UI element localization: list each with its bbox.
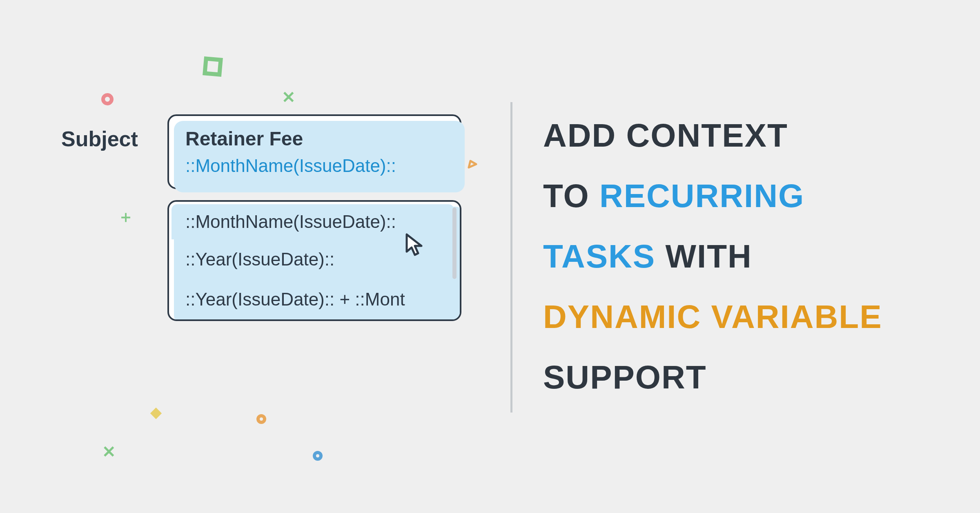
variable-dropdown[interactable]: ::MonthName(IssueDate):: ::Year(IssueDat…: [167, 200, 461, 321]
dropdown-scrollbar[interactable]: [452, 207, 457, 279]
headline-segment-highlight-blue: recurring: [599, 178, 804, 214]
subject-value-variable: ::MonthName(IssueDate)::: [185, 156, 443, 176]
cursor-icon: [404, 233, 427, 257]
decoration-square-icon: [203, 56, 223, 77]
headline-text: Add context to recurring tasks with dyna…: [543, 105, 951, 408]
decoration-ring-icon: [256, 414, 266, 424]
headline-segment: support: [543, 359, 707, 395]
subject-input-box[interactable]: Retainer Fee ::MonthName(IssueDate)::: [167, 114, 461, 189]
decoration-ring-icon: [101, 93, 114, 105]
headline-segment-highlight-blue: tasks: [543, 238, 655, 274]
decoration-triangle-icon: [467, 159, 478, 172]
decoration-square-icon: [150, 408, 162, 419]
decoration-ring-icon: [313, 451, 323, 461]
dropdown-item[interactable]: ::Year(IssueDate):: + ::Mont: [169, 279, 460, 319]
decoration-x-icon: ✕: [102, 444, 116, 460]
decoration-plus-icon: ＋: [118, 208, 134, 225]
decoration-x-icon: ✕: [282, 89, 296, 105]
subject-label: Subject: [61, 127, 138, 151]
headline-segment-highlight-amber: dynamic variable: [543, 299, 882, 335]
headline-segment: with: [655, 238, 752, 274]
headline-divider: [510, 102, 512, 413]
headline-segment: Add context: [543, 117, 788, 154]
subject-value-title: Retainer Fee: [185, 127, 443, 150]
headline-segment: to: [543, 178, 599, 214]
